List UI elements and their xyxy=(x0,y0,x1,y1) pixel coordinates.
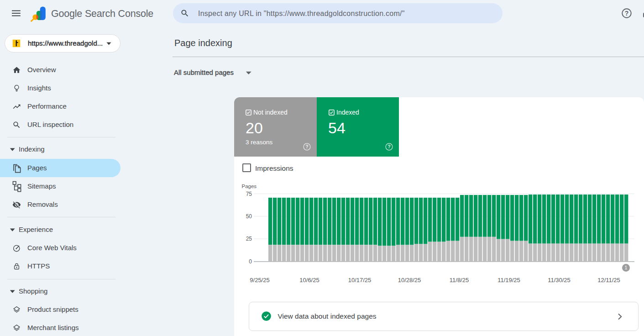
svg-text:0: 0 xyxy=(249,258,252,265)
svg-text:11/8/25: 11/8/25 xyxy=(450,277,469,284)
svg-text:12/11/25: 12/11/25 xyxy=(597,277,620,284)
svg-text:9/25/25: 9/25/25 xyxy=(250,277,269,284)
svg-text:75: 75 xyxy=(246,191,252,197)
svg-text:Pages: Pages xyxy=(242,184,257,189)
svg-text:?: ? xyxy=(625,10,629,17)
svg-text:?: ? xyxy=(387,144,390,149)
svg-text:11/19/25: 11/19/25 xyxy=(497,277,520,284)
svg-text:11/30/25: 11/30/25 xyxy=(548,277,571,284)
svg-text:10/6/25: 10/6/25 xyxy=(299,277,319,284)
svg-text:1: 1 xyxy=(625,265,628,270)
svg-text:10/17/25: 10/17/25 xyxy=(348,277,372,284)
svg-text:50: 50 xyxy=(246,213,252,220)
svg-text:10/28/25: 10/28/25 xyxy=(398,277,421,284)
svg-text:?: ? xyxy=(305,144,308,149)
svg-text:25: 25 xyxy=(246,236,252,242)
